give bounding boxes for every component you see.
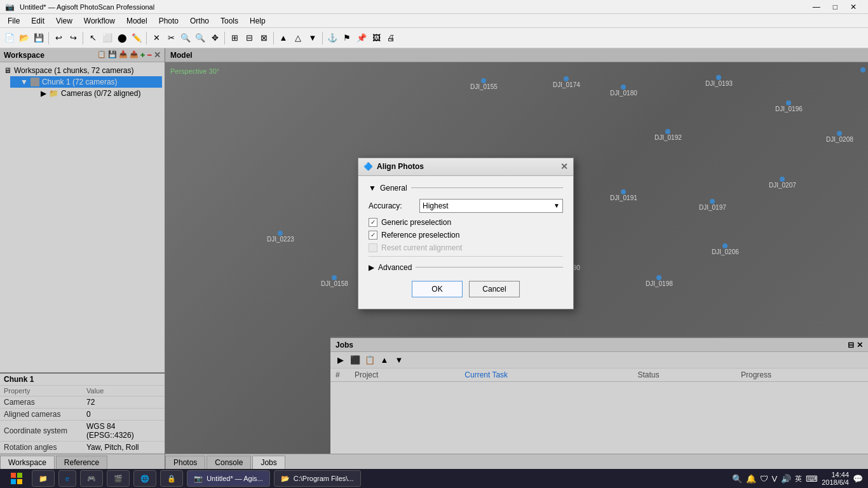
general-collapse-icon[interactable]: ▼ [369,184,376,193]
taskbar-notification-icon[interactable]: 🔔 [746,474,756,484]
tb-anchor[interactable]: ⚓ [325,31,339,45]
menu-bar: File Edit View Workflow Model Photo Orth… [0,14,868,28]
dialog-title-text: Align Photos [377,162,424,171]
cancel-button[interactable]: Cancel [469,281,520,297]
taskbar-app-chrome[interactable]: 🌐 [133,470,156,487]
dialog-icon: 🔷 [363,162,373,171]
taskbar-app-photoscan-icon: 📷 [194,475,203,483]
svg-rect-7 [17,473,22,478]
tb-triangle3[interactable]: ▼ [306,31,320,45]
tb-circle-select[interactable]: ⬤ [115,31,129,45]
tb-triangle1[interactable]: ▲ [276,31,290,45]
reference-preselection-checkbox[interactable]: ✓ [369,231,377,240]
advanced-section-label: Advanced [378,263,412,272]
accuracy-label: Accuracy: [369,201,419,210]
menu-photo[interactable]: Photo [154,15,184,27]
tb-sep4 [224,32,225,44]
tb-zoom-in[interactable]: 🔍 [179,31,193,45]
tb-grid1[interactable]: ⊞ [227,31,241,45]
general-section-label: General [380,184,407,193]
tb-sep5 [273,32,274,44]
tb-open[interactable]: 📂 [17,31,31,45]
minimize-btn[interactable]: — [806,1,827,13]
taskbar-app-files[interactable]: 📂 C:\Program Files\... [274,470,361,487]
tb-print[interactable]: 🖨 [384,31,398,45]
reset-alignment-checkbox [369,243,377,252]
taskbar-right: 🔍 🔔 🛡 V 🔊 英 ⌨ 14:44 2018/6/4 💬 [732,471,864,486]
taskbar-app-photoscan[interactable]: 📷 Untitled* — Agis... [187,470,270,487]
tb-delete[interactable]: ✕ [149,31,163,45]
dialog-close-icon[interactable]: ✕ [560,161,568,172]
menu-workflow[interactable]: Workflow [79,15,120,27]
menu-tools[interactable]: Tools [215,15,243,27]
tb-flag[interactable]: ⚑ [340,31,354,45]
tb-redo[interactable]: ↪ [66,31,80,45]
tb-rect-select[interactable]: ⬜ [100,31,114,45]
tb-zoom-out[interactable]: 🔍 [193,31,207,45]
tb-new[interactable]: 📄 [3,31,17,45]
tb-save[interactable]: 💾 [32,31,46,45]
accuracy-value: Highest [423,201,449,210]
start-button[interactable] [5,470,28,487]
menu-edit[interactable]: Edit [26,15,50,27]
dialog-body: ▼ General Accuracy: Highest ▼ ✓ Generic … [358,176,573,309]
maximize-btn[interactable]: □ [827,1,844,13]
tb-free-select[interactable]: ✏️ [130,31,144,45]
svg-rect-6 [11,473,16,478]
taskbar-app-photoscan-label: Untitled* — Agis... [207,475,263,482]
taskbar-app-3-icon: 🎮 [87,475,96,483]
close-btn[interactable]: ✕ [844,1,863,13]
taskbar-app-files-label: C:\Program Files\... [294,475,354,482]
section-divider [369,256,563,257]
taskbar-app-vpn[interactable]: 🔒 [160,470,183,487]
tb-grid3[interactable]: ⊠ [257,31,271,45]
accuracy-arrow: ▼ [553,202,560,209]
menu-view[interactable]: View [51,15,78,27]
taskbar-app-explorer[interactable]: 📁 [32,470,55,487]
advanced-section-header: ▶ Advanced [369,263,563,272]
menu-model[interactable]: Model [121,15,153,27]
taskbar-keyboard-icon[interactable]: ⌨ [806,474,818,484]
taskbar-app-4[interactable]: 🎬 [107,470,130,487]
taskbar-app-edge[interactable]: e [58,470,76,487]
align-photos-dialog: 🔷 Align Photos ✕ ▼ General Accuracy: Hig [358,158,574,309]
taskbar-network-icon[interactable]: 🔊 [781,474,791,484]
tb-sep2 [83,32,83,44]
tb-crop[interactable]: ✂ [164,31,178,45]
generic-preselection-checkbox[interactable]: ✓ [369,218,377,227]
taskbar-lang-icon[interactable]: 英 [795,474,802,484]
taskbar-security-icon[interactable]: 🛡 [760,474,768,484]
menu-file[interactable]: File [3,15,25,27]
tb-photo[interactable]: 🖼 [369,31,383,45]
tb-sep3 [146,32,147,44]
taskbar-app-4-icon: 🎬 [114,475,123,483]
accuracy-select[interactable]: Highest ▼ [419,199,563,213]
taskbar-vpn-icon[interactable]: V [772,474,778,484]
dialog-title-bar: 🔷 Align Photos ✕ [358,158,573,176]
adv-section-line [416,267,563,268]
modal-overlay: 🔷 Align Photos ✕ ▼ General Accuracy: Hig [0,48,868,469]
tb-triangle2[interactable]: △ [291,31,305,45]
tb-select[interactable]: ↖ [86,31,100,45]
svg-rect-8 [11,479,16,484]
tb-pin[interactable]: 📌 [355,31,369,45]
reset-alignment-label: Reset current alignment [381,243,462,252]
reference-preselection-label: Reference preselection [381,231,459,240]
menu-ortho[interactable]: Ortho [185,15,214,27]
ok-button[interactable]: OK [412,281,463,297]
dialog-buttons: OK Cancel [369,274,563,301]
taskbar-app-explorer-icon: 📁 [39,475,48,483]
tb-sep1 [48,32,49,44]
taskbar-search-icon[interactable]: 🔍 [732,474,742,484]
svg-rect-9 [17,479,22,484]
taskbar-datetime: 14:44 2018/6/4 [822,471,849,486]
advanced-expand-icon[interactable]: ▶ [369,263,374,272]
taskbar-app-3[interactable]: 🎮 [80,470,103,487]
tb-move[interactable]: ✥ [208,31,222,45]
menu-help[interactable]: Help [245,15,271,27]
taskbar-app-edge-icon: e [65,475,69,482]
section-line [411,187,563,188]
taskbar-notification-badge[interactable]: 💬 [853,474,863,484]
tb-undo[interactable]: ↩ [51,31,65,45]
tb-grid2[interactable]: ⊟ [242,31,256,45]
